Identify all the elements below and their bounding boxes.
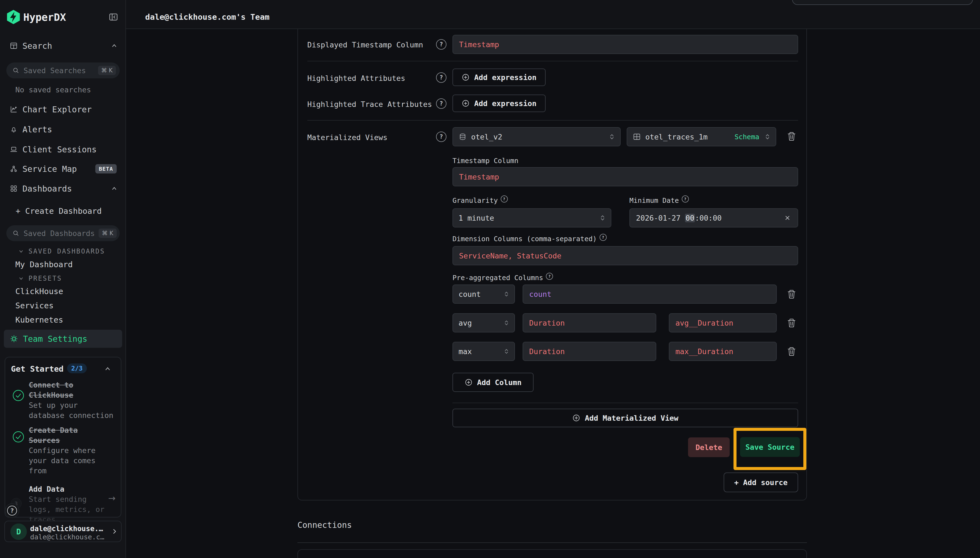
chevrons-updown-icon [599, 214, 606, 222]
selected-date-segment: 00 [685, 214, 695, 222]
connections-card [298, 549, 807, 558]
trash-icon[interactable] [786, 346, 797, 357]
aggregate-fn-select[interactable]: max [453, 342, 515, 361]
add-column-button[interactable]: Add Column [453, 373, 533, 392]
add-expression-button[interactable]: Add expression [453, 95, 546, 112]
saved-searches-input[interactable]: Saved Searches ⌘ K [6, 62, 120, 79]
service-map-icon [10, 165, 18, 173]
help-circle-icon[interactable]: ? [436, 72, 447, 83]
sidebar-item-clickhouse[interactable]: ClickHouse [15, 287, 63, 296]
beta-badge: BETA [95, 164, 117, 174]
aggregate-expr-input[interactable]: count [523, 284, 777, 304]
timestamp-column-input[interactable]: Timestamp [453, 167, 798, 186]
laptop-icon [10, 145, 18, 153]
sidebar-item-team-settings[interactable]: Team Settings [4, 330, 122, 348]
check-circle-icon [12, 389, 25, 402]
collapse-sidebar-icon[interactable] [108, 12, 118, 22]
aggregate-alias-input[interactable]: max__Duration [669, 342, 777, 361]
aggregate-alias-input[interactable]: avg__Duration [669, 313, 777, 332]
progress-badge: 2/3 [67, 363, 87, 373]
sidebar-item-label: Chart Explorer [23, 105, 92, 114]
sidebar-item-client-sessions[interactable]: Client Sessions [0, 143, 126, 155]
question-mark-icon: ? [7, 505, 17, 515]
displayed-timestamp-input[interactable]: Timestamp [453, 35, 798, 54]
dimension-columns-label: Dimension Columns (comma-separated) ? [453, 235, 607, 243]
trash-icon[interactable] [786, 289, 797, 300]
chevron-up-icon[interactable] [111, 42, 118, 49]
trash-icon[interactable] [786, 318, 797, 328]
help-circle-icon[interactable]: ? [436, 131, 447, 142]
timestamp-column-label: Timestamp Column [453, 157, 519, 165]
create-dashboard-button[interactable]: + Create Dashboard [16, 206, 101, 216]
sidebar-item-services[interactable]: Services [15, 301, 54, 310]
delete-button[interactable]: Delete [688, 437, 730, 457]
help-circle-icon[interactable]: ? [436, 39, 447, 49]
user-name: dale@clickhouse.… [30, 525, 103, 533]
table-select[interactable]: otel_traces_1m Schema [627, 127, 776, 146]
saved-searches-placeholder: Saved Searches [24, 66, 94, 75]
avatar: D [10, 524, 27, 540]
sidebar-item-label: Alerts [23, 125, 52, 134]
sidebar-item-search[interactable]: Search [0, 40, 126, 52]
search-icon [12, 230, 20, 237]
granularity-select[interactable]: 1 minute [453, 208, 611, 228]
add-expression-button[interactable]: Add expression [453, 69, 546, 86]
highlighted-attributes-label: Highlighted Attributes [307, 74, 406, 82]
source-settings-card: Displayed Timestamp Column ? Timestamp H… [298, 0, 807, 501]
sidebar: HyperDX Search Saved Searches ⌘ K No sav… [0, 0, 126, 558]
user-menu[interactable]: D dale@clickhouse.… dale@clickhouse.c… [4, 521, 122, 542]
section-presets[interactable]: PRESETS [18, 275, 62, 282]
help-button[interactable]: ? [5, 504, 19, 518]
check-circle-icon [12, 431, 25, 443]
sidebar-item-chart-explorer[interactable]: Chart Explorer [0, 103, 126, 115]
plus-circle-icon [461, 73, 470, 81]
info-icon[interactable]: ? [546, 273, 553, 280]
get-started-item[interactable]: Connect to ClickHouse Set up your databa… [29, 380, 113, 420]
search-nav-icon [10, 42, 18, 50]
aggregate-expr-input[interactable]: Duration [523, 342, 656, 361]
add-source-button[interactable]: + Add source [724, 473, 798, 492]
dimension-columns-input[interactable]: ServiceName, StatusCode [453, 246, 798, 265]
chevron-right-icon [111, 528, 118, 535]
get-started-item[interactable]: Create Data Sources Configure where your… [29, 425, 96, 476]
app-title: HyperDX [23, 11, 66, 23]
saved-dashboards-input[interactable]: Saved Dashboards ⌘ K [6, 225, 120, 241]
database-select[interactable]: otel_v2 [453, 127, 621, 146]
save-source-button[interactable]: Save Source [740, 437, 800, 457]
chevrons-updown-icon [503, 290, 510, 298]
chevron-up-icon[interactable] [104, 365, 111, 373]
highlighted-trace-attributes-label: Highlighted Trace Attributes [307, 100, 432, 108]
aggregate-fn-select[interactable]: count [453, 284, 515, 304]
displayed-timestamp-label: Displayed Timestamp Column [307, 41, 423, 49]
sidebar-item-my-dashboard[interactable]: My Dashboard [15, 260, 73, 269]
saved-dashboards-placeholder: Saved Dashboards [24, 229, 95, 238]
sidebar-item-kubernetes[interactable]: Kubernetes [15, 315, 63, 325]
bell-icon [10, 125, 18, 133]
sidebar-item-dashboards[interactable]: Dashboards [0, 182, 126, 195]
info-icon[interactable]: ? [600, 234, 607, 241]
info-icon[interactable]: ? [501, 195, 508, 202]
section-saved-dashboards[interactable]: SAVED DASHBOARDS [18, 248, 105, 255]
aggregate-expr-input[interactable]: Duration [523, 313, 656, 332]
connections-heading: Connections [298, 520, 352, 530]
shortcut-badge: ⌘ K [98, 66, 116, 75]
schema-link[interactable]: Schema [735, 133, 759, 141]
get-started-item[interactable]: Add Data Start sending logs, metrics, or… [29, 484, 104, 525]
sidebar-item-service-map[interactable]: Service Map BETA [0, 163, 126, 175]
chevron-up-icon[interactable] [111, 185, 118, 192]
help-circle-icon[interactable]: ? [436, 98, 447, 109]
sidebar-item-label: Team Settings [23, 334, 87, 344]
minimum-date-input[interactable]: 2026-01-27 00:00:00 [630, 208, 798, 228]
info-icon[interactable]: ? [682, 195, 689, 202]
trash-icon[interactable] [786, 131, 797, 142]
aggregate-fn-select[interactable]: avg [453, 313, 515, 332]
add-materialized-view-button[interactable]: Add Materialized View [453, 409, 798, 427]
clear-icon[interactable] [783, 214, 792, 222]
sidebar-item-alerts[interactable]: Alerts [0, 123, 126, 135]
table-icon [633, 133, 641, 141]
get-started-title: Get Started [11, 364, 64, 374]
granularity-label: Granularity ? [453, 197, 508, 204]
arrow-right-icon: → [108, 493, 116, 504]
chevrons-updown-icon [764, 133, 771, 141]
preaggregated-columns-label: Pre-aggregated Columns ? [453, 274, 553, 282]
